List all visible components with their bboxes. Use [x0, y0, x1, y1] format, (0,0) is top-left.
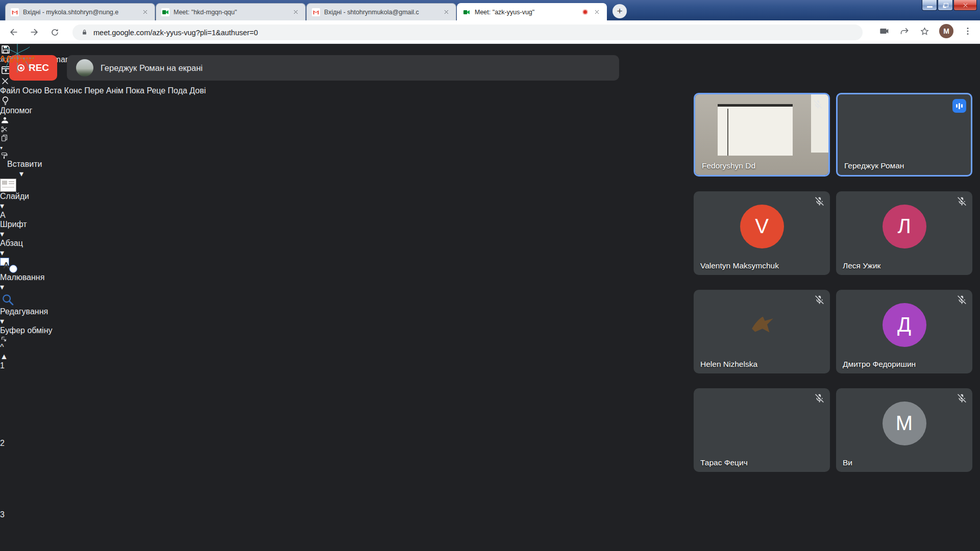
forward-button[interactable] [26, 23, 43, 41]
cut-icon[interactable] [0, 125, 9, 134]
tab-meet-1[interactable]: Meet: "hkd-mgqn-qqu" [156, 3, 306, 20]
participant-tile-taras[interactable]: Тарас Фецич [694, 388, 830, 472]
editing-dropdown-icon[interactable]: ▾ [0, 316, 93, 326]
back-button[interactable] [5, 23, 22, 41]
meet-favicon [161, 8, 169, 16]
minimize-button[interactable] [922, 0, 937, 11]
ppt-close-button[interactable] [0, 76, 10, 86]
share-icon[interactable] [899, 26, 910, 37]
ribbon-group-editing[interactable]: Редагування ▾ [0, 292, 93, 326]
tab-help2[interactable]: Допомог [0, 106, 32, 115]
slides-label: Слайди [0, 192, 57, 201]
tab-title: Meet: "azk-yyus-vug" [475, 9, 578, 16]
address-bar[interactable]: meet.google.com/azk-yyus-vug?pli=1&authu… [72, 24, 863, 40]
paragraph-label: Абзац [0, 239, 48, 248]
audio-activity-indicator [952, 99, 966, 113]
avatar-initial: М [896, 412, 913, 435]
copy-icon[interactable] [0, 134, 9, 142]
font-label: Шрифт [0, 220, 51, 229]
meet-favicon [462, 8, 471, 16]
camera-indicator-icon[interactable] [879, 26, 890, 37]
ribbon-group-drawing[interactable]: А Малювання ▾ [0, 258, 78, 292]
tab-title: Вхідні - shtohrynmukola@gmail.c [324, 9, 437, 16]
tab-close-icon[interactable] [291, 8, 300, 17]
tab-meet-active[interactable]: Meet: "azk-yyus-vug" [457, 3, 607, 20]
tab-close-icon[interactable] [140, 8, 150, 17]
slide-thumbnail-1[interactable] [0, 370, 63, 439]
tab-gmail-1[interactable]: Вхідні - mykola.shtohryn@nung.e [5, 3, 155, 20]
restore-button[interactable] [938, 0, 953, 11]
tab-close-icon[interactable] [592, 8, 601, 17]
ribbon-group-slides[interactable]: Слайди ▾ [0, 179, 57, 211]
tab-animations[interactable]: Анім [106, 86, 124, 95]
window-controls [921, 0, 977, 11]
tab-title: Meet: "hkd-mgqn-qqu" [174, 9, 287, 16]
drawing-dropdown-icon[interactable]: ▾ [0, 282, 78, 292]
new-tab-button[interactable]: + [612, 4, 627, 18]
participant-tile-dmytro[interactable]: Д Дмитро Федоришин [836, 290, 972, 373]
participant-name: Гереджук Роман [844, 161, 904, 170]
font-dropdown-icon[interactable]: ▾ [0, 229, 51, 239]
slide-thumbnail-2[interactable] [0, 448, 59, 510]
tab-title: Вхідні - mykola.shtohryn@nung.e [23, 9, 136, 16]
tab-help[interactable]: Дові [189, 86, 206, 95]
bookmark-star-icon[interactable] [919, 26, 930, 37]
avatar-initial: Л [897, 215, 911, 238]
browser-window-frame: Вхідні - mykola.shtohryn@nung.e Meet: "h… [0, 0, 980, 20]
profile-avatar[interactable]: M [939, 24, 953, 38]
browser-menu-icon[interactable] [963, 26, 973, 36]
tab-strip: Вхідні - mykola.shtohryn@nung.e Meet: "h… [5, 3, 607, 20]
participants-grid: Fedoryshyn Dd Гереджук Роман V Valentyn … [694, 93, 972, 472]
dialog-launcher-icon[interactable] [0, 335, 8, 343]
paste-button[interactable]: Вставити [0, 160, 91, 169]
profile-initial: M [943, 27, 949, 35]
participant-name: Fedoryshyn Dd [702, 161, 755, 170]
format-painter-icon[interactable] [0, 152, 8, 160]
presenting-banner: Гереджук Роман на екрані [67, 55, 619, 81]
participant-name: Valentyn Maksymchuk [700, 261, 779, 270]
tab-file[interactable]: Файл [0, 86, 20, 95]
tab-gmail-2[interactable]: Вхідні - shtohrynmukola@gmail.c [306, 3, 456, 20]
mic-muted-icon [957, 294, 967, 305]
participant-tile-valentyn[interactable]: V Valentyn Maksymchuk [694, 191, 830, 275]
slide-number-3: 3 [0, 510, 5, 519]
tab-home[interactable]: Осно [22, 86, 42, 95]
collapse-ribbon-icon[interactable]: ^ [0, 343, 4, 352]
participant-name: Леся Ужик [843, 261, 880, 270]
avatar: V [740, 205, 784, 248]
copy-dropdown-icon[interactable]: ▾ [0, 145, 3, 151]
tab-slideshow[interactable]: Пока [126, 86, 144, 95]
mic-muted-icon [813, 99, 823, 110]
mic-muted-icon [814, 294, 825, 305]
tab-recording-icon [582, 9, 588, 15]
participant-tile-lesia[interactable]: Л Леся Ужик [836, 191, 972, 275]
slide-number-1: 1 [0, 361, 5, 370]
slide-thumbnail-3[interactable] [0, 519, 59, 551]
close-button[interactable] [953, 0, 977, 11]
participant-tile-heredzhuk[interactable]: Гереджук Роман [836, 93, 972, 177]
participant-tile-fedoryshyn[interactable]: Fedoryshyn Dd [694, 93, 830, 177]
avatar-initial: Д [897, 313, 911, 336]
slide-number-2: 2 [0, 439, 5, 447]
editing-icon [0, 292, 93, 307]
presenting-text: Гереджук Роман на екрані [101, 63, 203, 73]
participant-tile-you[interactable]: М Ви [836, 388, 972, 472]
tab-transitions[interactable]: Пере [84, 86, 104, 95]
paste-dropdown-icon[interactable]: ▾ [0, 169, 91, 179]
ribbon-group-clipboard: ▾ Вставити ▾ [0, 125, 91, 179]
clipboard-label: Буфер обміну [0, 326, 52, 335]
tab-design[interactable]: Конс [64, 86, 82, 95]
slides-dropdown-icon[interactable]: ▾ [0, 201, 57, 211]
ribbon-group-font[interactable]: А Шрифт ▾ [0, 211, 51, 239]
ribbon-group-paragraph[interactable]: Абзац ▾ [0, 239, 48, 258]
participant-name: Тарас Фецич [700, 458, 748, 467]
tab-view[interactable]: Пода [168, 86, 187, 95]
tab-close-icon[interactable] [442, 8, 451, 17]
avatar: Д [883, 303, 926, 347]
mic-muted-icon [814, 393, 825, 404]
participant-tile-helen[interactable]: Helen Nizhelska [694, 290, 830, 373]
tab-insert[interactable]: Вста [44, 86, 62, 95]
tab-review[interactable]: Реце [146, 86, 165, 95]
reload-button[interactable] [46, 23, 63, 41]
paragraph-dropdown-icon[interactable]: ▾ [0, 248, 48, 258]
